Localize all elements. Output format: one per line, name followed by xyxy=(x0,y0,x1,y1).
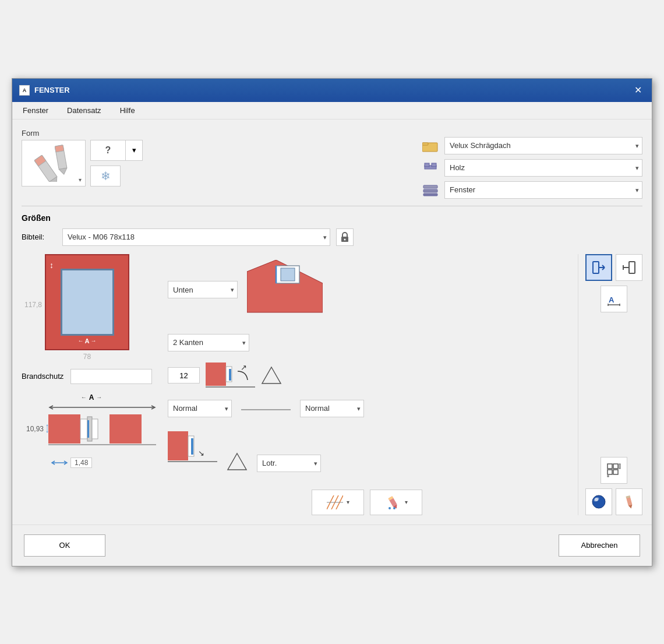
svg-point-71 xyxy=(595,498,598,501)
question-btn-row: ? ▾ xyxy=(90,140,143,161)
normal-left-wrapper: Normal xyxy=(168,400,232,417)
normal-left-select[interactable]: Normal xyxy=(168,400,232,417)
form-preview[interactable]: ▾ xyxy=(22,140,86,186)
window-pane xyxy=(61,269,114,336)
left-diagram-area: 117,8 ↕ ← A → xyxy=(22,254,156,515)
material-select-wrapper: Holz xyxy=(444,159,642,177)
close-button[interactable]: ✕ xyxy=(631,83,645,97)
svg-rect-67 xyxy=(613,470,618,474)
cross-dim-left: 10,93 xyxy=(22,424,44,433)
snowflake-button[interactable]: ❄ xyxy=(90,166,121,186)
width-arrow: ← A → xyxy=(58,337,116,344)
bibteil-select[interactable]: Velux - M06 78x118 xyxy=(62,228,330,246)
form-preview-svg xyxy=(27,144,80,182)
align-button-2[interactable] xyxy=(616,254,642,281)
question-button[interactable]: ? xyxy=(90,140,125,161)
toolbar-row-bottom xyxy=(585,488,642,515)
svg-rect-56 xyxy=(629,262,635,273)
svg-rect-66 xyxy=(613,464,618,469)
title-bar-left: A FENSTER xyxy=(19,85,70,96)
form-label: Form xyxy=(22,129,143,138)
menu-bar: Fenster Datensatz Hilfe xyxy=(12,102,652,119)
form-dropdown-arrow: ▾ xyxy=(79,175,82,184)
vert-arrow xyxy=(44,424,51,433)
svg-point-15 xyxy=(344,238,346,240)
groessen-main: 117,8 ↕ ← A → xyxy=(22,254,642,515)
content-area: Form xyxy=(12,119,652,525)
question-dropdown[interactable]: ▾ xyxy=(125,140,143,161)
unten-select[interactable]: Unten xyxy=(168,281,238,298)
text-icon: A xyxy=(606,291,622,307)
svg-point-69 xyxy=(592,495,605,508)
divider-1 xyxy=(22,206,642,206)
normal-right-select[interactable]: Normal xyxy=(300,400,364,417)
sphere-button[interactable] xyxy=(585,488,612,515)
cross-section-svg xyxy=(48,403,156,455)
lock-button[interactable] xyxy=(336,228,354,246)
cross-section-area: ← A → 10,93 xyxy=(22,393,156,468)
svg-rect-17 xyxy=(48,414,80,444)
svg-rect-20 xyxy=(92,419,98,439)
svg-rect-4 xyxy=(55,145,64,152)
edit-pencil-button[interactable] xyxy=(616,488,642,515)
svg-marker-5 xyxy=(59,168,68,175)
align-icon-2 xyxy=(621,259,637,276)
main-window: A FENSTER ✕ Fenster Datensatz Hilfe Form xyxy=(12,78,652,566)
value-12-input[interactable] xyxy=(168,367,200,383)
layer-icon xyxy=(422,183,439,197)
material-icon xyxy=(422,160,439,176)
menu-datensatz[interactable]: Datensatz xyxy=(63,104,105,117)
ok-button[interactable]: OK xyxy=(24,534,105,557)
small-arrows-svg xyxy=(51,458,68,467)
brandschutz-label: Brandschutz xyxy=(22,372,63,381)
brandschutz-input[interactable] xyxy=(70,369,152,384)
menu-hilfe[interactable]: Hilfe xyxy=(116,104,139,117)
lotr-select[interactable]: Lotr. xyxy=(257,455,321,472)
second-section-svg: ↘ xyxy=(168,431,217,472)
height-arrow: ↕ xyxy=(50,261,54,343)
dim-value-2-row: 1,48 xyxy=(51,458,156,468)
pen-button[interactable]: ▾ xyxy=(370,490,422,515)
window-box: ↕ ← A → xyxy=(45,254,129,350)
svg-rect-37 xyxy=(168,431,188,460)
cancel-button[interactable]: Abbrechen xyxy=(559,534,640,557)
dim-value-2: 1,48 xyxy=(70,458,92,468)
grid-button[interactable] xyxy=(601,457,627,484)
align-button-1[interactable] xyxy=(585,254,612,281)
hatch-button[interactable]: ▾ xyxy=(312,490,364,515)
material-select[interactable]: Holz xyxy=(444,159,642,177)
menu-fenster[interactable]: Fenster xyxy=(19,104,52,117)
form-side-controls: ? ▾ ❄ xyxy=(90,140,143,186)
window-title: FENSTER xyxy=(34,86,70,94)
bottom-tools: ▾ xyxy=(168,490,566,515)
type-select-wrapper: Velux Schrägdach xyxy=(444,137,642,154)
bottom-section-row: ↘ Lotr. xyxy=(168,431,566,472)
dim-a-arrow: ← A → xyxy=(45,393,138,402)
svg-text:A: A xyxy=(609,295,614,304)
height-dim: 117,8 xyxy=(22,301,42,309)
svg-rect-28 xyxy=(281,268,295,281)
layer-select[interactable]: Fenster xyxy=(444,181,642,199)
form-section: Form xyxy=(22,129,143,186)
vertical-arrows-svg xyxy=(44,424,51,433)
layer-select-wrapper: Fenster xyxy=(444,181,642,199)
svg-text:↘: ↘ xyxy=(198,449,204,458)
groessen-section: Größen Bibteil: Velux - M06 78x118 xyxy=(22,213,642,515)
svg-rect-11 xyxy=(423,185,437,188)
kanten-select[interactable]: 2 Kanten xyxy=(168,334,249,351)
triangle-icon-2-svg xyxy=(227,451,248,472)
svg-point-51 xyxy=(393,507,395,509)
angle-diagram-svg xyxy=(247,260,323,318)
unten-row: Unten xyxy=(168,260,566,320)
svg-rect-9 xyxy=(425,163,429,167)
spacer-line xyxy=(241,404,291,413)
groessen-title: Größen xyxy=(22,213,642,223)
right-toolbar: A xyxy=(578,254,642,515)
lock-icon xyxy=(340,232,349,242)
type-select[interactable]: Velux Schrägdach xyxy=(444,137,642,154)
line-spacer-svg xyxy=(241,409,291,411)
app-icon: A xyxy=(19,85,30,96)
bibteil-row: Bibteil: Velux - M06 78x118 xyxy=(22,228,642,246)
svg-marker-35 xyxy=(262,367,281,383)
text-button[interactable]: A xyxy=(601,286,627,312)
